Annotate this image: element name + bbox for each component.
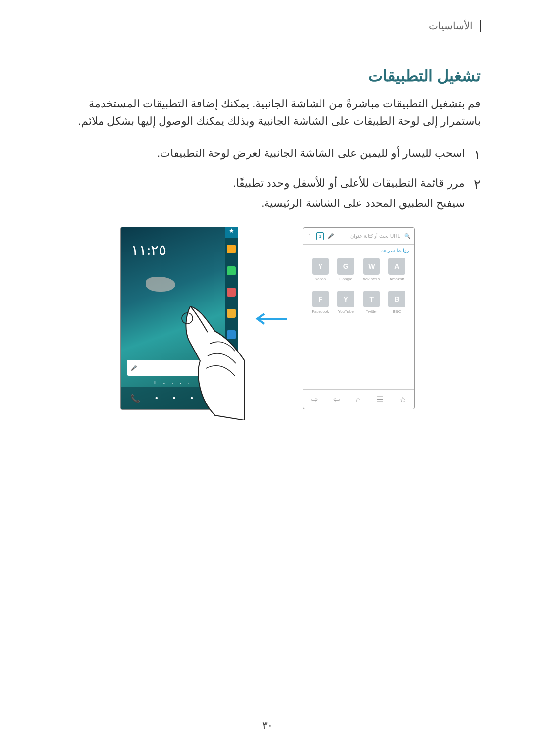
mic-icon[interactable]: 🎤 xyxy=(131,365,137,371)
quick-yahoo[interactable]: YYahoo xyxy=(309,258,332,288)
dock-dot2-icon[interactable]: • xyxy=(173,394,176,403)
nav-home-icon[interactable]: ⌂ xyxy=(356,395,361,404)
edge-app-7[interactable] xyxy=(225,367,238,388)
menu-icon[interactable]: ⋮ xyxy=(307,233,312,239)
intro-text: قم بتشغيل التطبيقات مباشرةً من الشاشة ال… xyxy=(54,95,481,130)
quick-bbc[interactable]: BBBC xyxy=(386,291,409,320)
step-1-text: اسحب لليسار أو لليمين على الشاشة الجانبي… xyxy=(54,145,465,165)
edge-app-6[interactable] xyxy=(225,346,238,367)
google-search-bar[interactable]: 🎤 Google xyxy=(127,360,219,376)
breadcrumb: الأساسيات xyxy=(429,20,473,31)
edge-app-2[interactable] xyxy=(225,260,238,281)
home-dock: 📞 • • • ▦ xyxy=(121,387,225,409)
step-2-num: ٢ xyxy=(474,174,481,212)
edge-app-1[interactable] xyxy=(225,239,238,259)
dock-dot3-icon[interactable]: • xyxy=(190,394,193,403)
quick-youtube[interactable]: YYouTube xyxy=(335,291,358,320)
dock-dot-icon[interactable]: • xyxy=(155,394,158,403)
section-title: تشغيل التطبيقات xyxy=(54,66,481,85)
edge-expand[interactable]: ⌄ xyxy=(225,389,238,409)
edge-app-3[interactable] xyxy=(225,282,238,302)
nav-back-icon[interactable]: ⇦ xyxy=(333,395,340,404)
clock-widget: ١١:٢٥ xyxy=(121,227,238,258)
nav-saved-icon[interactable]: ☰ xyxy=(376,395,383,404)
arrow-left-icon xyxy=(253,308,288,329)
step-2-text: مرر قائمة التطبيقات للأعلى أو للأسفل وحد… xyxy=(54,174,465,192)
step-2: ٢ مرر قائمة التطبيقات للأعلى أو للأسفل و… xyxy=(54,174,481,212)
step-2-sub: سيفتح التطبيق المحدد على الشاشة الرئيسية… xyxy=(54,195,465,212)
tabs-icon[interactable]: 1 xyxy=(316,232,324,240)
quick-facebook[interactable]: FFacebook xyxy=(309,291,332,320)
edge-handle[interactable]: ★ xyxy=(225,227,238,238)
figure-row: ١١:٢٥ 🎤 Google ⠿ • · · · 📞 • • • ▦ ★ xyxy=(54,227,481,410)
mic-icon[interactable]: 🎤 xyxy=(328,233,334,239)
url-field[interactable]: بحث أو كتابة عنوان URL xyxy=(338,233,400,239)
quick-google[interactable]: GGoogle xyxy=(335,258,358,288)
step-1-num: ١ xyxy=(474,145,481,165)
nav-forward-icon[interactable]: ⇨ xyxy=(311,395,318,404)
edge-panel[interactable]: ★ ⌄ xyxy=(225,227,238,409)
edge-app-4[interactable] xyxy=(225,303,238,324)
phone-browser-quickaccess: ⋮ 1 🎤 بحث أو كتابة عنوان URL 🔍 روابط سري… xyxy=(303,227,415,409)
browser-toolbar: ⋮ 1 🎤 بحث أو كتابة عنوان URL 🔍 xyxy=(303,228,414,245)
browser-bottom-bar: ⇨ ⇦ ⌂ ☰ ☆ xyxy=(303,389,414,409)
quickaccess-grid: YYahoo GGoogle WWikipedia AAmazon FFaceb… xyxy=(303,256,414,389)
touch-point-icon xyxy=(182,313,193,324)
nav-bookmark-icon[interactable]: ☆ xyxy=(399,395,406,404)
dock-apps-icon[interactable]: ▦ xyxy=(208,394,215,403)
header-bar: الأساسيات xyxy=(54,20,481,32)
quick-amazon[interactable]: AAmazon xyxy=(386,258,409,288)
phone-home-with-edge: ١١:٢٥ 🎤 Google ⠿ • · · · 📞 • • • ▦ ★ xyxy=(120,227,238,410)
page-number: ٣٠ xyxy=(0,719,535,731)
dock-phone-icon[interactable]: 📞 xyxy=(130,394,140,403)
edge-app-5[interactable] xyxy=(225,324,238,345)
quick-wikipedia[interactable]: WWikipedia xyxy=(360,258,383,288)
quick-twitter[interactable]: TTwitter xyxy=(360,291,383,320)
search-icon[interactable]: 🔍 xyxy=(404,233,410,239)
quicklinks-label: روابط سريعة xyxy=(303,245,414,256)
home-page-indicator: ⠿ • · · · xyxy=(121,381,225,386)
step-1: ١ اسحب لليسار أو لليمين على الشاشة الجان… xyxy=(54,145,481,165)
google-label: Google xyxy=(199,365,215,371)
wallpaper-swirl xyxy=(146,277,175,292)
